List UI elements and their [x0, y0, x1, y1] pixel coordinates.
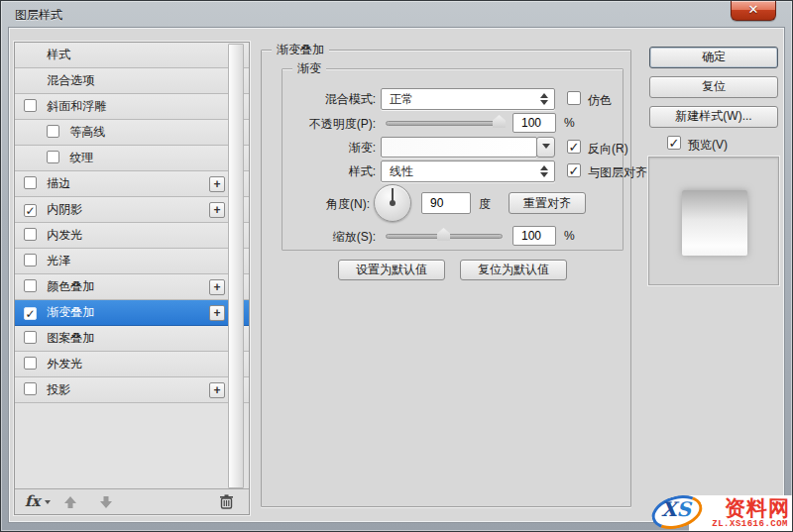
scale-label: 缩放(S): [290, 229, 376, 246]
dither-checkbox[interactable] [567, 91, 581, 105]
gradient-group: 渐变 混合模式: 正常 仿色 不透明度(P): % 渐变: ✓ 反向(R) [282, 68, 623, 251]
move-effect-up-icon[interactable] [62, 494, 78, 510]
item-checkbox[interactable] [24, 279, 37, 292]
sidebar-item-pattern-overlay[interactable]: 图案叠加 [15, 326, 249, 352]
sidebar-item-label: 投影 [47, 382, 70, 396]
item-checkbox[interactable] [24, 254, 37, 266]
combo-arrows-icon [540, 92, 549, 106]
scale-unit: % [564, 229, 575, 243]
gradient-swatch[interactable] [381, 137, 537, 158]
sidebar-item-styles[interactable]: 样式 [15, 43, 249, 68]
item-checkbox[interactable]: ✓ [24, 204, 37, 217]
preview-panel [648, 157, 779, 285]
angle-hub-icon [390, 200, 396, 206]
sidebar-item-label: 混合选项 [47, 73, 94, 87]
add-effect-button[interactable]: + [209, 202, 225, 218]
new-style-button[interactable]: 新建样式(W)... [649, 106, 778, 128]
sidebar-item-label: 图案叠加 [47, 331, 94, 345]
reset-default-button[interactable]: 复位为默认值 [460, 260, 567, 280]
gradient-preview-thumbnail [682, 190, 747, 256]
delete-effect-icon[interactable] [218, 493, 235, 510]
sidebar-footer: fx [15, 488, 249, 514]
style-label: 样式: [290, 163, 376, 180]
opacity-slider[interactable] [386, 121, 503, 126]
sidebar-item-label: 光泽 [47, 254, 70, 267]
item-checkbox[interactable] [47, 125, 59, 138]
reset-button[interactable]: 复位 [649, 76, 778, 98]
sidebar-item-gradient-overlay[interactable]: ✓ 渐变叠加 + [15, 300, 249, 326]
sidebar-item-label: 渐变叠加 [47, 305, 94, 319]
add-effect-button[interactable]: + [209, 176, 225, 192]
sidebar-item-inner-shadow[interactable]: ✓ 内阴影 + [15, 197, 249, 223]
sidebar-item-bevel-emboss[interactable]: 斜面和浮雕 [15, 94, 249, 120]
group-title: 渐变 [292, 60, 326, 77]
dither-label: 仿色 [588, 92, 612, 109]
angle-input[interactable] [421, 192, 471, 214]
item-checkbox[interactable] [24, 176, 37, 189]
reverse-checkbox[interactable]: ✓ [567, 140, 581, 154]
sidebar-item-drop-shadow[interactable]: 投影 + [15, 377, 249, 403]
titlebar[interactable]: 图层样式 ✕ [0, 0, 793, 28]
sidebar-item-inner-glow[interactable]: 内发光 [15, 223, 249, 249]
add-effect-button[interactable]: + [209, 279, 225, 295]
item-checkbox[interactable] [24, 228, 37, 241]
add-effect-button[interactable]: + [209, 305, 225, 321]
reverse-label: 反向(R) [588, 141, 628, 158]
set-default-button[interactable]: 设置为默认值 [338, 260, 445, 280]
combo-arrows-icon [540, 164, 549, 178]
fx-icon[interactable]: fx [25, 492, 40, 510]
sidebar-item-stroke[interactable]: 描边 + [15, 171, 249, 197]
gradient-picker-button[interactable] [536, 137, 555, 158]
angle-label: 角度(N): [290, 196, 370, 213]
scale-slider-thumb[interactable] [437, 228, 450, 241]
watermark-logo-text: XS [661, 497, 691, 521]
effects-sidebar: 样式 混合选项 斜面和浮雕 等高线 纹理 描边 + ✓ 内阴影 + [14, 42, 250, 515]
angle-unit: 度 [479, 196, 491, 213]
sidebar-scrollbar[interactable] [228, 44, 244, 488]
sidebar-item-contour[interactable]: 等高线 [15, 120, 249, 146]
sidebar-item-blending-options[interactable]: 混合选项 [15, 68, 249, 94]
blend-mode-label: 混合模式: [290, 91, 376, 108]
opacity-unit: % [564, 116, 575, 130]
opacity-input[interactable] [512, 113, 556, 133]
fx-menu-caret-icon[interactable] [45, 500, 51, 504]
sidebar-item-label: 等高线 [69, 125, 105, 139]
sidebar-item-label: 内发光 [47, 228, 82, 242]
preview-checkbox[interactable]: ✓ [667, 136, 681, 150]
item-checkbox[interactable] [24, 99, 37, 112]
item-checkbox[interactable]: ✓ [24, 307, 37, 320]
sidebar-item-label: 内阴影 [47, 202, 82, 216]
style-select[interactable]: 线性 [381, 160, 555, 182]
move-effect-down-icon[interactable] [98, 494, 114, 510]
blend-mode-select[interactable]: 正常 [381, 88, 555, 110]
gradient-overlay-group: 渐变叠加 渐变 混合模式: 正常 仿色 不透明度(P): % 渐变: ✓ [261, 50, 631, 507]
sidebar-item-texture[interactable]: 纹理 [15, 146, 249, 171]
item-checkbox[interactable] [47, 151, 59, 163]
blend-mode-value: 正常 [390, 92, 413, 106]
sidebar-item-label: 纹理 [69, 151, 93, 164]
sidebar-item-color-overlay[interactable]: 颜色叠加 + [15, 274, 249, 300]
close-button[interactable]: ✕ [731, 1, 776, 21]
sidebar-item-label: 样式 [47, 48, 70, 61]
align-layer-checkbox[interactable]: ✓ [567, 163, 581, 177]
item-checkbox[interactable] [24, 331, 37, 344]
window-title: 图层样式 [15, 7, 62, 24]
add-effect-button[interactable]: + [209, 382, 225, 398]
opacity-label: 不透明度(P): [290, 116, 376, 133]
item-checkbox[interactable] [24, 357, 37, 370]
sidebar-item-label: 斜面和浮雕 [47, 99, 106, 113]
item-checkbox[interactable] [24, 382, 37, 395]
sidebar-item-satin[interactable]: 光泽 [15, 249, 249, 274]
opacity-slider-thumb[interactable] [493, 115, 506, 128]
layer-style-dialog: 图层样式 ✕ 样式 混合选项 斜面和浮雕 等高线 纹理 [0, 0, 793, 532]
scale-input[interactable] [512, 226, 556, 246]
ok-button[interactable]: 确定 [649, 47, 778, 68]
reset-alignment-button[interactable]: 重置对齐 [509, 192, 586, 214]
angle-dial[interactable] [374, 184, 411, 222]
gradient-label: 渐变: [290, 140, 376, 157]
sidebar-item-label: 外发光 [47, 357, 82, 371]
watermark-url: ZL.XS1616.COM [712, 519, 788, 529]
panel-title: 渐变叠加 [272, 42, 329, 58]
sidebar-item-label: 描边 [47, 176, 70, 190]
sidebar-item-outer-glow[interactable]: 外发光 [15, 352, 249, 377]
